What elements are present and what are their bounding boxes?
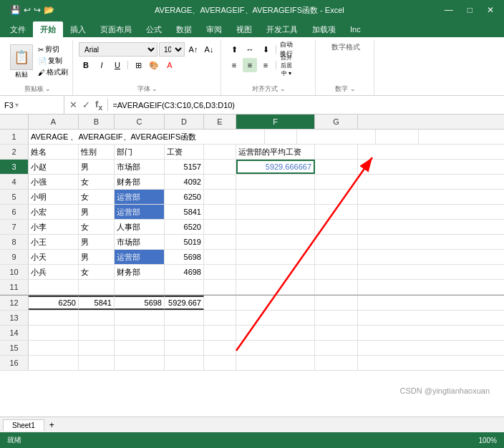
cell-e12[interactable] (204, 296, 236, 310)
row-header-10[interactable]: 10 (0, 265, 29, 279)
cell-c9[interactable]: 运营部 (115, 250, 165, 264)
fill-color-button[interactable]: 🎨 (147, 58, 161, 72)
col-header-f[interactable]: F (236, 115, 315, 129)
cell-a1[interactable]: AVERAGE 、AVERAGEIF、AVERAGEIFS函数 (29, 130, 265, 144)
cell-g10[interactable] (315, 265, 358, 279)
row-header-13[interactable]: 13 (0, 311, 29, 325)
tab-view[interactable]: 视图 (229, 21, 259, 37)
cell-d9[interactable]: 5698 (165, 250, 204, 264)
cell-f6[interactable] (236, 205, 315, 219)
cell-f1[interactable] (297, 130, 376, 144)
tab-inc[interactable]: Inc (343, 21, 368, 37)
row-header-5[interactable]: 5 (0, 190, 29, 204)
cell-b7[interactable]: 女 (79, 220, 115, 234)
cell-c10[interactable]: 财务部 (115, 265, 165, 279)
cell-c16[interactable] (115, 356, 165, 370)
cell-e6[interactable] (204, 205, 236, 219)
cell-b6[interactable]: 男 (79, 205, 115, 219)
cell-f15[interactable] (236, 341, 315, 355)
cell-b3[interactable]: 男 (79, 160, 115, 174)
row-header-12[interactable]: 12 (0, 296, 29, 310)
align-top-button[interactable]: ⬆ (227, 42, 241, 57)
tab-addins[interactable]: 加载项 (305, 21, 343, 37)
cell-d4[interactable]: 4092 (165, 175, 204, 189)
row-header-4[interactable]: 4 (0, 175, 29, 189)
cell-g9[interactable] (315, 250, 358, 264)
cell-a4[interactable]: 小强 (29, 175, 79, 189)
col-header-a[interactable]: A (29, 115, 79, 129)
paste-button[interactable]: 📋 粘贴 (7, 43, 36, 81)
cell-g4[interactable] (315, 175, 358, 189)
cell-a15[interactable] (29, 341, 79, 355)
cell-a13[interactable] (29, 311, 79, 325)
col-header-e[interactable]: E (204, 115, 236, 129)
row-header-8[interactable]: 8 (0, 235, 29, 249)
increase-font-button[interactable]: A↑ (186, 42, 200, 57)
cell-a16[interactable] (29, 356, 79, 370)
cell-a11[interactable] (29, 280, 79, 294)
cell-b2[interactable]: 性别 (79, 145, 115, 159)
cell-e1[interactable] (265, 130, 297, 144)
font-family-select[interactable]: Arial (79, 42, 158, 57)
cell-c8[interactable]: 市场部 (115, 235, 165, 249)
tab-formula[interactable]: 公式 (139, 21, 169, 37)
cell-e9[interactable] (204, 250, 236, 264)
undo-icon[interactable]: ↩ (24, 5, 31, 15)
cell-d7[interactable]: 6520 (165, 220, 204, 234)
cell-c11[interactable] (115, 280, 165, 294)
cell-a5[interactable]: 小明 (29, 190, 79, 204)
tab-developer[interactable]: 开发工具 (259, 21, 305, 37)
tab-file[interactable]: 文件 (3, 21, 33, 37)
italic-button[interactable]: I (94, 58, 109, 72)
row-header-3[interactable]: 3 (0, 160, 29, 174)
cell-e11[interactable] (204, 280, 236, 294)
cell-g8[interactable] (315, 235, 358, 249)
cell-e8[interactable] (204, 235, 236, 249)
cell-e15[interactable] (204, 341, 236, 355)
cell-b14[interactable] (79, 326, 115, 340)
row-header-6[interactable]: 6 (0, 205, 29, 219)
tab-insert[interactable]: 插入 (63, 21, 93, 37)
cell-c15[interactable] (115, 341, 165, 355)
cell-f10[interactable] (236, 265, 315, 279)
close-button[interactable]: ✕ (483, 4, 498, 16)
cell-f2[interactable]: 运营部的平均工资 (236, 145, 315, 159)
cell-reference-box[interactable]: F3 ▾ (0, 96, 64, 114)
redo-icon[interactable]: ↪ (34, 5, 41, 15)
cell-g12[interactable] (315, 296, 358, 310)
cell-a14[interactable] (29, 326, 79, 340)
underline-button[interactable]: U (110, 58, 125, 72)
quick-access-toolbar[interactable]: 💾 ↩ ↪ 📂 (6, 5, 59, 15)
cell-a6[interactable]: 小宏 (29, 205, 79, 219)
tab-pagelayout[interactable]: 页面布局 (93, 21, 139, 37)
cell-c12[interactable]: 5698 (115, 296, 165, 310)
cell-e7[interactable] (204, 220, 236, 234)
cell-g7[interactable] (315, 220, 358, 234)
align-bottom-button[interactable]: ⬇ (258, 42, 273, 57)
cell-c6[interactable]: 运营部 (115, 205, 165, 219)
cell-a12[interactable]: 6250 (29, 296, 79, 310)
cell-a8[interactable]: 小王 (29, 235, 79, 249)
row-header-14[interactable]: 14 (0, 326, 29, 340)
cell-e2[interactable] (204, 145, 236, 159)
col-header-g[interactable]: G (315, 115, 358, 129)
cell-e4[interactable] (204, 175, 236, 189)
cell-b9[interactable]: 男 (79, 250, 115, 264)
cell-a3[interactable]: 小赵 (29, 160, 79, 174)
cell-c5[interactable]: 运营部 (115, 190, 165, 204)
cell-b4[interactable]: 女 (79, 175, 115, 189)
align-center-button[interactable]: ≡ (243, 58, 257, 72)
insert-function-button[interactable]: fx (94, 99, 104, 112)
cell-d16[interactable] (165, 356, 204, 370)
col-header-d[interactable]: D (165, 115, 204, 129)
cell-f13[interactable] (236, 311, 315, 325)
row-header-7[interactable]: 7 (0, 220, 29, 234)
cell-f16[interactable] (236, 356, 315, 370)
align-left-button[interactable]: ≡ (227, 58, 241, 72)
save-icon[interactable]: 💾 (10, 5, 21, 15)
cell-d15[interactable] (165, 341, 204, 355)
tab-data[interactable]: 数据 (169, 21, 199, 37)
format-painter-button[interactable]: 🖌 格式刷 (38, 67, 68, 77)
open-icon[interactable]: 📂 (44, 5, 54, 15)
cell-d2[interactable]: 工资 (165, 145, 204, 159)
